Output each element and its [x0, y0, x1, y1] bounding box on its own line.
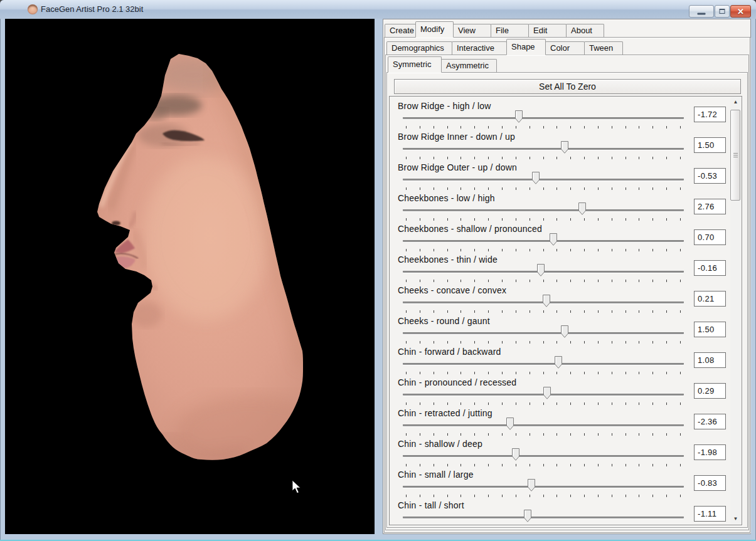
- slider-row: Chin - shallow / deep-1.98: [390, 438, 732, 469]
- slider-scroll-area: Brow Ridge - high / low-1.72Brow Ridge I…: [389, 96, 742, 525]
- mouse-cursor-icon: [292, 480, 301, 494]
- slider-value-field[interactable]: -0.16: [694, 260, 726, 276]
- slider-row: Cheeks - concave / convex0.21: [390, 285, 732, 315]
- slider-track[interactable]: [403, 517, 684, 518]
- slider-tick-marks: [406, 372, 681, 375]
- scroll-down-button[interactable]: ▼: [730, 514, 741, 524]
- slider-tick-marks: [406, 495, 681, 498]
- scrollbar-thumb[interactable]: [730, 110, 740, 201]
- slider-track[interactable]: [403, 332, 684, 334]
- tab-view[interactable]: View: [453, 24, 491, 37]
- slider-value-field[interactable]: 0.70: [694, 229, 726, 245]
- slider-thumb[interactable]: [555, 356, 562, 369]
- slider-tick-marks: [406, 187, 681, 191]
- slider-tick-marks: [406, 310, 681, 313]
- slider-row: Cheekbones - thin / wide-0.16: [390, 254, 732, 285]
- slider-tick-marks: [406, 280, 681, 283]
- slider-label: Chin - tall / short: [398, 500, 464, 510]
- slider-value-field[interactable]: -1.11: [694, 506, 726, 522]
- slider-tick-marks: [406, 402, 681, 406]
- slider-label: Brow Ridge Outer - up / down: [398, 162, 517, 172]
- tab-symmetric[interactable]: Symmetric: [388, 56, 442, 73]
- app-window: FaceGen Artist Pro 2.1 32bit ✕: [0, 0, 756, 541]
- tab-modify[interactable]: Modify: [415, 21, 454, 38]
- slider-row: Brow Ridge Outer - up / down-0.53: [390, 162, 732, 192]
- slider-track[interactable]: [403, 148, 684, 150]
- slider-value-field[interactable]: 1.08: [694, 352, 726, 368]
- slider-value-field[interactable]: 1.50: [694, 322, 726, 337]
- slider-thumb[interactable]: [515, 110, 523, 123]
- slider-value-field[interactable]: 2.76: [694, 199, 726, 214]
- tab-color[interactable]: Color: [545, 41, 585, 55]
- slider-thumb[interactable]: [561, 141, 568, 154]
- slider-thumb[interactable]: [524, 510, 531, 522]
- render-viewport[interactable]: [5, 19, 375, 534]
- slider-thumb[interactable]: [528, 479, 535, 491]
- slider-track[interactable]: [403, 117, 684, 119]
- slider-thumb[interactable]: [578, 202, 586, 215]
- slider-label: Chin - retracted / jutting: [398, 408, 492, 418]
- slider-track[interactable]: [403, 179, 684, 181]
- window-title: FaceGen Artist Pro 2.1 32bit: [41, 0, 143, 19]
- slider-label: Brow Ridge Inner - down / up: [398, 132, 515, 142]
- slider-track[interactable]: [403, 363, 684, 365]
- tab-asymmetric[interactable]: Asymmetric: [441, 59, 497, 72]
- scroll-up-button[interactable]: ▲: [730, 97, 741, 107]
- menu-tab-bar: CreateModifyViewFileEditAbout: [385, 21, 604, 37]
- close-button[interactable]: ✕: [730, 5, 751, 18]
- slider-label: Brow Ridge - high / low: [398, 101, 491, 111]
- slider-row: Cheeks - round / gaunt1.50: [390, 315, 732, 346]
- slider-row: Brow Ridge - high / low-1.72: [390, 100, 732, 131]
- slider-thumb[interactable]: [543, 387, 551, 399]
- slider-label: Chin - pronounced / recessed: [398, 377, 516, 387]
- slider-row: Chin - pronounced / recessed0.29: [390, 377, 732, 407]
- tab-tween[interactable]: Tween: [584, 41, 623, 55]
- slider-value-field[interactable]: -1.72: [694, 107, 726, 122]
- slider-track[interactable]: [403, 240, 684, 242]
- slider-track[interactable]: [403, 424, 684, 426]
- slider-row: Chin - small / large-0.83: [390, 469, 732, 500]
- slider-row: Brow Ridge Inner - down / up1.50: [390, 131, 732, 162]
- tab-shape[interactable]: Shape: [506, 39, 546, 55]
- slider-label: Chin - small / large: [398, 470, 474, 480]
- slider-value-field[interactable]: -1.98: [694, 444, 726, 460]
- maximize-button[interactable]: [715, 5, 730, 18]
- close-icon: ✕: [737, 8, 744, 16]
- slider-value-field[interactable]: -2.36: [694, 414, 726, 429]
- slider-thumb[interactable]: [532, 172, 540, 184]
- slider-row: Chin - tall / short-1.11: [390, 500, 732, 524]
- tab-file[interactable]: File: [491, 24, 529, 37]
- slider-value-field[interactable]: 0.29: [694, 383, 726, 399]
- slider-value-field[interactable]: -0.83: [694, 475, 726, 491]
- slider-label: Cheekbones - shallow / pronounced: [398, 224, 542, 234]
- slider-label: Cheekbones - low / high: [398, 193, 495, 203]
- tab-about[interactable]: About: [566, 24, 604, 37]
- set-all-to-zero-button[interactable]: Set All To Zero: [394, 79, 741, 94]
- vertical-scrollbar[interactable]: ▲ ▼: [730, 97, 741, 524]
- slider-thumb[interactable]: [537, 264, 545, 276]
- slider-thumb[interactable]: [561, 325, 568, 338]
- slider-label: Cheekbones - thin / wide: [398, 255, 498, 265]
- tab-interactive[interactable]: Interactive: [452, 41, 507, 55]
- slider-track[interactable]: [403, 486, 684, 488]
- minimize-button[interactable]: [689, 5, 714, 18]
- slider-thumb[interactable]: [506, 418, 514, 430]
- tab-edit[interactable]: Edit: [528, 24, 567, 37]
- slider-track[interactable]: [403, 209, 684, 211]
- tab-create[interactable]: Create: [385, 24, 416, 37]
- slider-thumb[interactable]: [550, 233, 557, 246]
- slider-tick-marks: [406, 126, 681, 129]
- slider-track[interactable]: [403, 455, 684, 457]
- slider-label: Chin - shallow / deep: [398, 439, 482, 449]
- tab-demographics[interactable]: Demographics: [386, 41, 452, 55]
- slider-value-field[interactable]: 1.50: [694, 137, 726, 153]
- slider-thumb[interactable]: [543, 295, 550, 307]
- slider-value-field[interactable]: 0.21: [694, 291, 726, 307]
- slider-thumb[interactable]: [512, 448, 519, 461]
- slider-tick-marks: [406, 218, 681, 221]
- slider-value-field[interactable]: -0.53: [694, 168, 726, 184]
- slider-tick-marks: [406, 157, 681, 160]
- titlebar[interactable]: FaceGen Artist Pro 2.1 32bit ✕: [0, 0, 756, 19]
- slider-tick-marks: [406, 249, 681, 252]
- slider-row: Chin - forward / backward1.08: [390, 346, 732, 377]
